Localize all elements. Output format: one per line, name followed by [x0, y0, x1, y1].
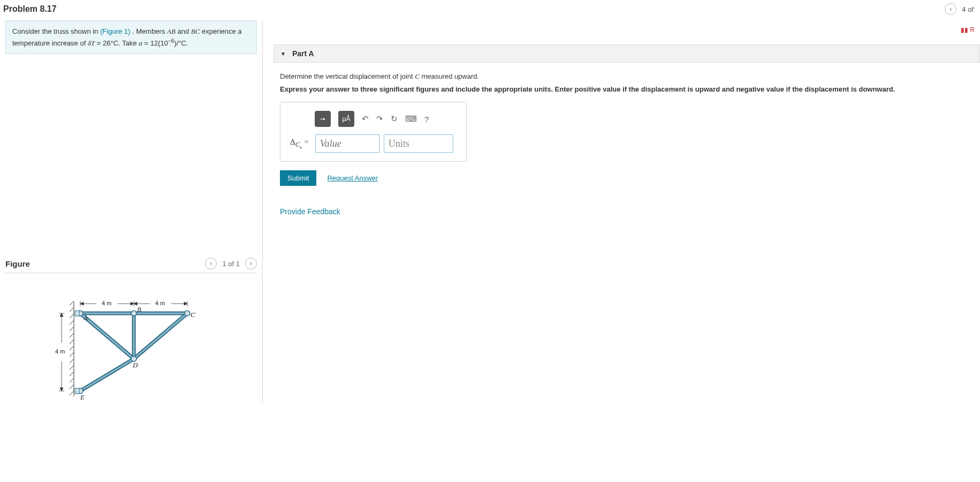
prev-problem-button[interactable]: ‹	[945, 3, 956, 15]
prompt-line-2: Express your answer to three significant…	[280, 85, 963, 93]
svg-rect-34	[75, 388, 79, 394]
prompt-line-1: Determine the vertical displacement of j…	[280, 72, 963, 81]
svg-line-7	[70, 340, 74, 344]
svg-line-3	[70, 314, 74, 318]
figure-counter: 1 of 1	[222, 260, 240, 268]
svg-text:D: D	[132, 361, 138, 369]
answer-variable-label: ΔCv =	[288, 138, 311, 150]
resources-icon[interactable]: ▮▮ R	[961, 26, 978, 34]
figure-heading: Figure	[5, 259, 30, 268]
svg-line-26	[134, 313, 187, 359]
units-input[interactable]: Units	[384, 134, 453, 153]
submit-button[interactable]: Submit	[280, 170, 316, 186]
svg-line-12	[70, 372, 74, 376]
svg-line-4	[70, 320, 74, 325]
svg-marker-43	[131, 302, 134, 305]
undo-icon[interactable]: ↶	[362, 114, 369, 124]
svg-line-24	[80, 313, 134, 359]
page-position-text: 4 of	[962, 5, 974, 13]
part-title: Part A	[292, 49, 314, 58]
templates-icon[interactable]: ▫▪	[315, 111, 331, 127]
svg-text:C: C	[191, 311, 195, 319]
intro-text: Consider the truss shown in	[12, 27, 100, 35]
figure-diagram: A B C D E 4 m 4 m 4 m	[5, 273, 257, 403]
svg-line-27	[80, 359, 134, 391]
answer-input-box: ▫▪ μÅ ↶ ↷ ↻ ⌨ ? ΔCv = Units	[280, 102, 467, 162]
keyboard-icon[interactable]: ⌨	[405, 114, 417, 124]
help-icon[interactable]: ?	[424, 115, 429, 124]
problem-title: Problem 8.17	[3, 4, 57, 14]
svg-line-2	[70, 307, 74, 312]
svg-point-29	[131, 311, 136, 316]
part-header[interactable]: ▼ Part A	[274, 44, 980, 63]
figure-link[interactable]: (Figure 1)	[100, 27, 130, 35]
request-answer-link[interactable]: Request Answer	[327, 174, 378, 182]
svg-marker-45	[184, 302, 187, 305]
svg-line-8	[70, 346, 74, 350]
svg-line-9	[70, 352, 74, 357]
provide-feedback-link[interactable]: Provide Feedback	[280, 207, 340, 216]
figure-next-button[interactable]: ›	[245, 258, 257, 269]
svg-line-13	[70, 378, 74, 382]
svg-point-30	[185, 311, 190, 316]
svg-text:4 m: 4 m	[55, 348, 65, 355]
svg-line-5	[70, 327, 74, 331]
value-input[interactable]	[315, 134, 379, 153]
svg-marker-51	[60, 388, 63, 391]
svg-line-10	[70, 359, 74, 363]
collapse-icon: ▼	[280, 51, 286, 57]
svg-text:4 m: 4 m	[102, 300, 111, 306]
svg-text:E: E	[80, 393, 85, 401]
figure-prev-button[interactable]: ‹	[205, 258, 217, 269]
reset-icon[interactable]: ↻	[391, 114, 398, 124]
svg-text:A: A	[83, 314, 88, 322]
svg-text:4 m: 4 m	[155, 300, 165, 306]
units-format-icon[interactable]: μÅ	[338, 111, 354, 127]
svg-line-14	[70, 385, 74, 389]
svg-line-11	[70, 365, 74, 370]
svg-line-1	[70, 301, 74, 305]
svg-line-15	[70, 391, 74, 395]
svg-marker-42	[80, 302, 83, 305]
svg-marker-50	[60, 313, 63, 317]
svg-rect-33	[75, 311, 79, 316]
svg-text:B: B	[137, 305, 141, 313]
redo-icon[interactable]: ↷	[376, 114, 383, 124]
svg-line-6	[70, 333, 74, 337]
problem-statement: Consider the truss shown in (Figure 1) .…	[5, 20, 257, 54]
